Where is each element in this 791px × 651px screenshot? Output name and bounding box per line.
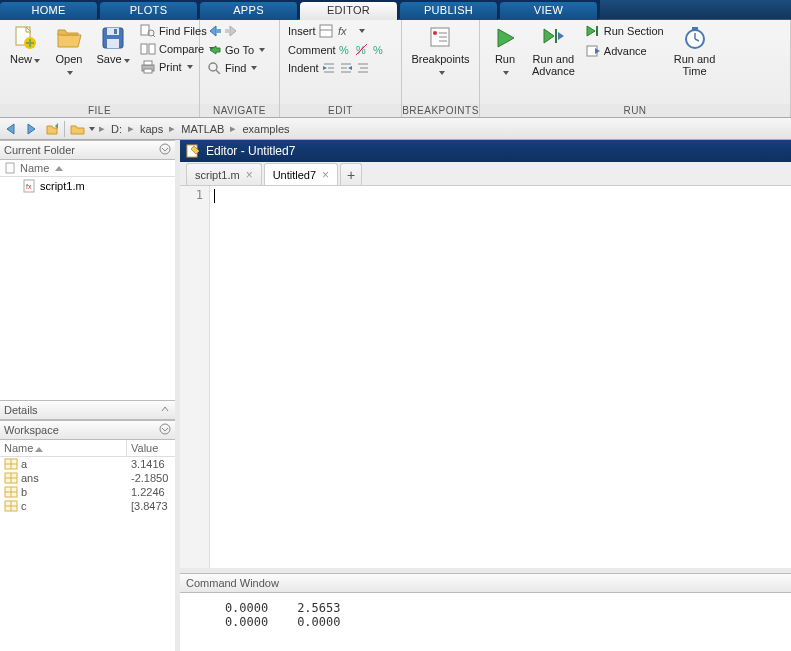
- workspace-collapse-button[interactable]: [159, 423, 171, 437]
- save-disk-icon: [100, 25, 126, 51]
- svg-marker-34: [323, 66, 327, 70]
- run-and-advance-button[interactable]: Run and Advance: [530, 23, 577, 79]
- compare-icon: [140, 42, 156, 56]
- workspace-var-0[interactable]: a 3.1416: [0, 457, 175, 471]
- tab-editor[interactable]: EDITOR: [300, 2, 398, 20]
- run-play-icon: [492, 25, 518, 51]
- advance-button[interactable]: Advance: [583, 43, 666, 59]
- tab-publish[interactable]: PUBLISH: [400, 2, 498, 20]
- svg-line-11: [153, 35, 155, 37]
- find-button[interactable]: Find: [206, 61, 267, 75]
- wrap-comment-icon: %: [373, 44, 387, 56]
- editor-tab-1[interactable]: Untitled7 ×: [264, 163, 338, 185]
- insert-fx-icon: fx: [338, 24, 354, 38]
- code-area[interactable]: 1: [180, 186, 791, 573]
- ribbon-group-run: Run Run and Advance Run Section Advance …: [480, 20, 791, 117]
- path-bar: ▸ D: ▸ kaps ▸ MATLAB ▸ examples: [0, 118, 791, 140]
- save-button[interactable]: Save: [94, 23, 132, 67]
- run-section-icon: [585, 24, 601, 38]
- path-segment-0[interactable]: D:: [109, 123, 124, 135]
- browse-folder-button[interactable]: [69, 122, 95, 136]
- svg-marker-59: [7, 124, 14, 134]
- editor-title-bar: Editor - Untitled7: [180, 140, 791, 162]
- workspace-var-1[interactable]: ans -2.1850: [0, 471, 175, 485]
- svg-point-66: [160, 424, 170, 434]
- path-segment-2[interactable]: MATLAB: [179, 123, 226, 135]
- goto-button[interactable]: Go To: [206, 43, 267, 57]
- find-files-icon: [140, 24, 156, 38]
- tab-apps[interactable]: APPS: [200, 2, 298, 20]
- editor-tabs: script1.m × Untitled7 × +: [180, 162, 791, 186]
- close-tab-icon[interactable]: ×: [322, 168, 329, 182]
- svg-text:fx: fx: [26, 183, 32, 190]
- ribbon-group-navigate: Go To Find NAVIGATE: [200, 20, 280, 117]
- breakpoints-button[interactable]: Breakpoints: [409, 23, 471, 79]
- ribbon-group-breakpoints-label: BREAKPOINTS: [402, 104, 479, 117]
- nav-up-button[interactable]: [44, 122, 60, 136]
- indent-in-icon: [322, 62, 336, 74]
- ribbon: New Open Save Find Files Compare: [0, 20, 791, 118]
- command-window-body[interactable]: 0.0000 2.5653 0.0000 0.0000: [180, 593, 791, 651]
- code-body[interactable]: [210, 186, 791, 568]
- workspace-col-header[interactable]: Name Value: [0, 440, 175, 457]
- insert-button[interactable]: Insert fx: [286, 23, 389, 39]
- tab-home[interactable]: HOME: [0, 2, 98, 20]
- run-time-icon: [682, 25, 708, 51]
- details-header: Details: [0, 400, 175, 420]
- main-area: Current Folder Name fx script1.m Details…: [0, 140, 791, 651]
- add-tab-button[interactable]: +: [340, 163, 362, 185]
- tab-plots[interactable]: PLOTS: [100, 2, 198, 20]
- current-folder-collapse-button[interactable]: [159, 143, 171, 157]
- ribbon-group-edit: Insert fx Comment % % % Indent: [280, 20, 402, 117]
- nav-back-forward[interactable]: [206, 23, 267, 39]
- file-item-label: script1.m: [40, 180, 85, 192]
- nav-arrows-icon: [208, 24, 242, 38]
- current-folder-col-header[interactable]: Name: [0, 160, 175, 177]
- details-expand-button[interactable]: [159, 403, 171, 417]
- command-window-title: Command Window: [180, 573, 791, 593]
- indent-out-icon: [339, 62, 353, 74]
- tab-view[interactable]: VIEW: [500, 2, 598, 20]
- current-folder-header: Current Folder: [0, 140, 175, 160]
- file-generic-icon: [4, 162, 16, 174]
- breakpoints-icon: [428, 25, 454, 51]
- editor-tab-label: script1.m: [195, 169, 240, 181]
- run-section-button[interactable]: Run Section: [583, 23, 666, 39]
- comment-percent-icon: %: [339, 44, 353, 56]
- svg-text:fx: fx: [338, 25, 347, 37]
- smart-indent-icon: [356, 62, 370, 74]
- details-title: Details: [4, 404, 38, 416]
- path-segment-1[interactable]: kaps: [138, 123, 165, 135]
- open-folder-icon: [56, 25, 82, 51]
- svg-rect-13: [149, 44, 155, 54]
- svg-rect-58: [692, 27, 698, 30]
- svg-marker-21: [210, 46, 220, 54]
- workspace-var-3[interactable]: c [3.8473: [0, 499, 175, 513]
- new-button[interactable]: New: [6, 23, 44, 67]
- text-cursor: [214, 189, 215, 203]
- svg-rect-8: [114, 29, 117, 34]
- comment-button[interactable]: Comment % % %: [286, 43, 389, 57]
- nav-forward-button[interactable]: [24, 122, 40, 136]
- nav-back-button[interactable]: [4, 122, 20, 136]
- run-button[interactable]: Run: [486, 23, 524, 79]
- editor-tab-0[interactable]: script1.m ×: [186, 163, 262, 185]
- print-icon: [140, 60, 156, 74]
- ribbon-group-edit-label: EDIT: [280, 104, 401, 117]
- workspace-var-2[interactable]: b 1.2246: [0, 485, 175, 499]
- ribbon-group-file: New Open Save Find Files Compare: [0, 20, 200, 117]
- open-button[interactable]: Open: [50, 23, 88, 79]
- run-and-time-button[interactable]: Run and Time: [672, 23, 718, 79]
- file-item-0[interactable]: fx script1.m: [0, 177, 175, 195]
- ribbon-group-run-label: RUN: [480, 104, 790, 117]
- ribbon-group-breakpoints: Breakpoints BREAKPOINTS: [402, 20, 480, 117]
- top-tab-bar: HOME PLOTS APPS EDITOR PUBLISH VIEW: [0, 0, 791, 20]
- indent-button[interactable]: Indent: [286, 61, 389, 75]
- workspace-header: Workspace: [0, 420, 175, 440]
- close-tab-icon[interactable]: ×: [246, 168, 253, 182]
- svg-rect-24: [320, 25, 332, 37]
- path-segment-3[interactable]: examples: [240, 123, 291, 135]
- svg-rect-63: [6, 163, 14, 173]
- svg-marker-60: [28, 124, 35, 134]
- current-folder-title: Current Folder: [4, 144, 75, 156]
